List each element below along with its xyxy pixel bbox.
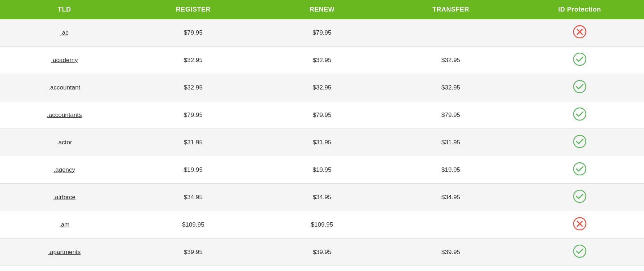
table-row: .am$109.95$109.95 — [0, 211, 644, 239]
table-header-row: TLD REGISTER RENEW TRANSFER ID Protectio… — [0, 0, 644, 19]
cell-renew: $31.95 — [258, 129, 386, 156]
cell-renew: $34.95 — [258, 184, 386, 211]
x-icon — [573, 217, 587, 231]
tld-link[interactable]: .agency — [54, 166, 75, 173]
cell-id-protection — [515, 184, 644, 211]
cell-id-protection — [515, 266, 644, 271]
cell-renew: $32.95 — [258, 74, 386, 101]
cell-tld: .academy — [0, 47, 129, 74]
cell-renew: $39.95 — [258, 239, 386, 266]
cell-register: $32.95 — [129, 74, 258, 101]
svg-point-7 — [574, 163, 586, 175]
cell-tld: .am — [0, 211, 129, 239]
cell-register: $39.95 — [129, 239, 258, 266]
tld-link[interactable]: .ac — [60, 29, 69, 36]
table-row: .actor$31.95$31.95$31.95 — [0, 129, 644, 156]
header-register: REGISTER — [129, 0, 258, 19]
cell-renew: $19.95 — [258, 156, 386, 184]
cell-register: $54.95 — [129, 266, 258, 271]
check-icon — [573, 80, 587, 93]
table-row: .agency$19.95$19.95$19.95 — [0, 156, 644, 184]
header-transfer: TRANSFER — [386, 0, 515, 19]
header-id-protection: ID Protection — [515, 0, 644, 19]
cell-transfer: $54.95 — [386, 266, 515, 271]
check-icon — [573, 244, 587, 258]
cell-tld: .agency — [0, 156, 129, 184]
cell-id-protection — [515, 239, 644, 266]
cell-transfer: $79.95 — [386, 101, 515, 129]
cell-id-protection — [515, 47, 644, 74]
cell-transfer — [386, 19, 515, 47]
cell-transfer: $32.95 — [386, 47, 515, 74]
svg-point-5 — [574, 108, 586, 120]
cell-register: $19.95 — [129, 156, 258, 184]
tld-link[interactable]: .accountant — [48, 84, 80, 91]
cell-transfer: $31.95 — [386, 129, 515, 156]
cell-tld: .ar.com — [0, 266, 129, 271]
cell-tld: .airforce — [0, 184, 129, 211]
cell-register: $34.95 — [129, 184, 258, 211]
cell-tld: .accountants — [0, 101, 129, 129]
pricing-table: TLD REGISTER RENEW TRANSFER ID Protectio… — [0, 0, 644, 271]
table-row: .apartments$39.95$39.95$39.95 — [0, 239, 644, 266]
tld-link[interactable]: .actor — [57, 139, 72, 146]
x-icon — [573, 25, 587, 39]
check-icon — [573, 52, 587, 66]
cell-id-protection — [515, 156, 644, 184]
svg-point-4 — [574, 80, 586, 93]
table-row: .academy$32.95$32.95$32.95 — [0, 47, 644, 74]
tld-link[interactable]: .academy — [51, 57, 78, 64]
table-row: .ar.com$54.95$54.95$54.95 — [0, 266, 644, 271]
domain-pricing-table: TLD REGISTER RENEW TRANSFER ID Protectio… — [0, 0, 644, 271]
cell-id-protection — [515, 129, 644, 156]
cell-register: $79.95 — [129, 19, 258, 47]
tld-link[interactable]: .apartments — [48, 249, 81, 255]
cell-register: $79.95 — [129, 101, 258, 129]
cell-tld: .actor — [0, 129, 129, 156]
cell-transfer: $32.95 — [386, 74, 515, 101]
cell-tld: .apartments — [0, 239, 129, 266]
table-row: .accountant$32.95$32.95$32.95 — [0, 74, 644, 101]
table-row: .ac$79.95$79.95 — [0, 19, 644, 47]
check-icon — [573, 189, 587, 203]
cell-register: $109.95 — [129, 211, 258, 239]
check-icon — [573, 135, 587, 148]
cell-id-protection — [515, 19, 644, 47]
tld-link[interactable]: .airforce — [53, 194, 75, 201]
header-renew: RENEW — [258, 0, 386, 19]
cell-renew: $79.95 — [258, 101, 386, 129]
svg-point-6 — [574, 135, 586, 148]
cell-renew: $79.95 — [258, 19, 386, 47]
cell-id-protection — [515, 74, 644, 101]
cell-renew: $109.95 — [258, 211, 386, 239]
check-icon — [573, 107, 587, 121]
svg-point-12 — [574, 245, 586, 257]
cell-register: $31.95 — [129, 129, 258, 156]
svg-point-3 — [574, 53, 586, 65]
table-row: .accountants$79.95$79.95$79.95 — [0, 101, 644, 129]
check-icon — [573, 162, 587, 176]
cell-register: $32.95 — [129, 47, 258, 74]
tld-link[interactable]: .accountants — [47, 112, 82, 118]
cell-tld: .accountant — [0, 74, 129, 101]
cell-id-protection — [515, 101, 644, 129]
cell-transfer: $19.95 — [386, 156, 515, 184]
cell-id-protection — [515, 211, 644, 239]
cell-renew: $54.95 — [258, 266, 386, 271]
header-tld: TLD — [0, 0, 129, 19]
cell-transfer: $39.95 — [386, 239, 515, 266]
svg-point-8 — [574, 190, 586, 202]
cell-transfer: $34.95 — [386, 184, 515, 211]
cell-renew: $32.95 — [258, 47, 386, 74]
table-row: .airforce$34.95$34.95$34.95 — [0, 184, 644, 211]
cell-tld: .ac — [0, 19, 129, 47]
tld-link[interactable]: .am — [59, 221, 69, 228]
cell-transfer — [386, 211, 515, 239]
